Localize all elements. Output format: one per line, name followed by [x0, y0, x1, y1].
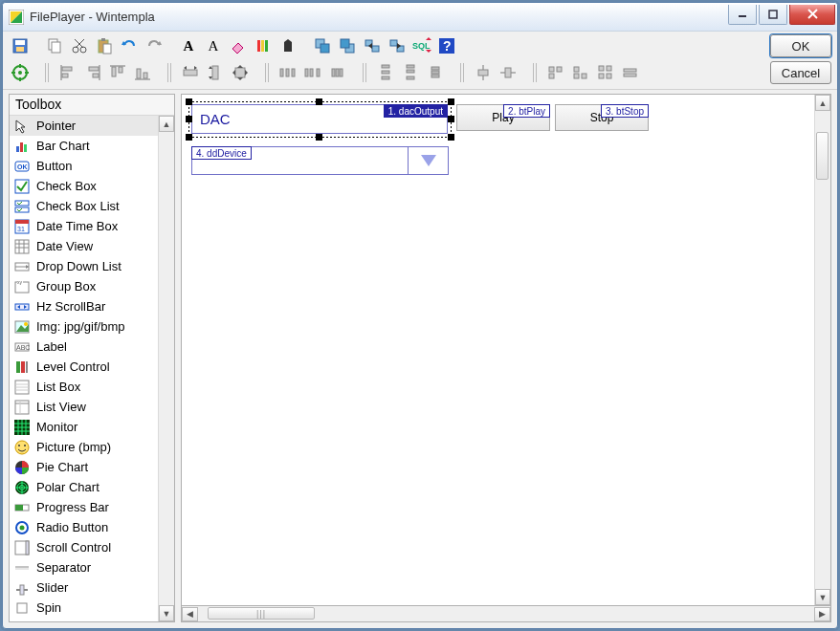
scroll-down-icon[interactable]: ▼	[815, 589, 830, 605]
theme-icon[interactable]	[276, 34, 299, 57]
minimize-button[interactable]	[728, 5, 757, 25]
align-right-edge-icon[interactable]	[81, 61, 104, 84]
eraser-icon[interactable]	[227, 34, 250, 57]
font-bold-icon[interactable]: A	[177, 34, 200, 57]
toolbox-item[interactable]: Spin	[10, 598, 158, 618]
resize-handle[interactable]	[186, 116, 192, 122]
resize-handle[interactable]	[316, 134, 322, 141]
align-left-edge-icon[interactable]	[56, 61, 79, 84]
same-width-icon[interactable]	[179, 61, 202, 84]
svg-marker-64	[209, 76, 212, 79]
tab-order-prev-icon[interactable]	[361, 34, 384, 57]
toolbox-item[interactable]: Level Control	[10, 357, 158, 377]
cancel-button[interactable]: Cancel	[770, 61, 831, 84]
svg-marker-60	[184, 66, 187, 70]
svg-point-132	[24, 322, 28, 326]
align-top-edge-icon[interactable]	[106, 61, 129, 84]
svg-rect-171	[17, 603, 27, 613]
dropdown-arrow-icon[interactable]	[408, 147, 448, 174]
ok-button[interactable]: OK	[770, 34, 831, 57]
snap-icon[interactable]	[9, 61, 32, 84]
toolbox-item[interactable]: Progress Bar	[10, 497, 158, 517]
toolbox-item[interactable]: Picture (bmp)	[10, 437, 158, 457]
toolbox-item[interactable]: Img: jpg/gif/bmp	[10, 316, 158, 337]
bring-front-icon[interactable]	[311, 34, 334, 57]
toolbox-item[interactable]: Separator	[10, 557, 158, 577]
space-v-decrease-icon[interactable]	[424, 61, 447, 84]
toolbox-list[interactable]: PointerBar ChartOKButtonCheck BoxCheck B…	[10, 116, 158, 621]
toolbox-item[interactable]: xyGroup Box	[10, 276, 158, 296]
paste-icon[interactable]	[93, 34, 116, 57]
space-h-increase-icon[interactable]	[301, 61, 324, 84]
resize-handle[interactable]	[448, 116, 454, 122]
same-height-icon[interactable]	[204, 61, 227, 84]
space-h-decrease-icon[interactable]	[326, 61, 349, 84]
toolbox-item[interactable]: Date View	[10, 236, 158, 256]
surface-hscroll[interactable]: ◀ ||| ▶	[181, 606, 831, 622]
redo-icon[interactable]	[143, 34, 166, 57]
toolbox-item[interactable]: Hz ScrollBar	[10, 296, 158, 316]
center-h-icon[interactable]	[472, 61, 495, 84]
maximize-button[interactable]	[759, 5, 787, 25]
design-surface[interactable]: DAC 1. dacOutput	[181, 94, 831, 606]
scroll-right-icon[interactable]: ▶	[814, 607, 830, 621]
toolbox-item[interactable]: ABCLabel	[10, 337, 158, 357]
scroll-thumb[interactable]	[816, 132, 829, 180]
resize-handle[interactable]	[316, 98, 322, 105]
sql-icon[interactable]: SQL	[410, 34, 433, 57]
toolbox-item[interactable]: Slider	[10, 577, 158, 598]
control-ddDevice[interactable]: 4. ddDevice	[191, 146, 449, 175]
arrange-b-icon[interactable]	[569, 61, 592, 84]
toolbox-scrollbar[interactable]: ▲ ▼	[158, 116, 174, 621]
copy-icon[interactable]	[43, 34, 66, 57]
resize-handle[interactable]	[186, 134, 192, 141]
toolbox-item[interactable]: 31Date Time Box	[10, 216, 158, 236]
toolbox-item[interactable]: Radio Button	[10, 517, 158, 537]
undo-icon[interactable]	[118, 34, 141, 57]
resize-handle[interactable]	[448, 98, 454, 105]
surface-vscroll[interactable]: ▲ ▼	[814, 95, 830, 605]
same-size-icon[interactable]	[229, 61, 252, 84]
scroll-up-icon[interactable]: ▲	[815, 95, 830, 111]
tab-order-next-icon[interactable]	[386, 34, 409, 57]
toolbox-item[interactable]: Pointer	[10, 116, 158, 136]
arrange-c-icon[interactable]	[594, 61, 617, 84]
toolbox-item[interactable]: Pie Chart	[10, 457, 158, 477]
toolbar-area: A A SQL ? OK	[3, 32, 837, 90]
save-icon[interactable]	[9, 34, 32, 57]
svg-rect-105	[16, 146, 19, 152]
control-btPlay[interactable]: Play 2. btPlay	[456, 104, 550, 131]
center-v-icon[interactable]	[497, 61, 519, 84]
scroll-left-icon[interactable]: ◀	[182, 607, 198, 621]
toolbox-item[interactable]: OKButton	[10, 156, 158, 176]
toolbox-item[interactable]: Polar Chart	[10, 477, 158, 497]
toolbox-item[interactable]: Monitor	[10, 417, 158, 437]
toolbox-item[interactable]: List Box	[10, 377, 158, 397]
resize-handle[interactable]	[448, 134, 454, 141]
toolbox-item[interactable]: Bar Chart	[10, 136, 158, 156]
toolbox-item[interactable]: List View	[10, 397, 158, 417]
resize-handle[interactable]	[186, 98, 192, 105]
scroll-thumb[interactable]: |||	[208, 607, 315, 620]
arrange-d-icon[interactable]	[619, 61, 642, 84]
send-back-icon[interactable]	[336, 34, 359, 57]
scroll-down-icon[interactable]: ▼	[159, 605, 174, 621]
space-h-equal-icon[interactable]	[276, 61, 299, 84]
toolbox-item[interactable]: Drop Down List	[10, 256, 158, 276]
control-btStop[interactable]: Stop 3. btStop	[555, 104, 649, 131]
space-v-increase-icon[interactable]	[399, 61, 422, 84]
arrange-a-icon[interactable]	[544, 61, 567, 84]
space-v-equal-icon[interactable]	[374, 61, 397, 84]
palette-icon[interactable]	[252, 34, 275, 57]
toolbox-item[interactable]: Check Box List	[10, 196, 158, 216]
font-regular-icon[interactable]: A	[202, 34, 225, 57]
grip-icon	[166, 63, 173, 82]
toolbox-item[interactable]: Check Box	[10, 176, 158, 196]
align-bottom-edge-icon[interactable]	[131, 61, 154, 84]
cut-icon[interactable]	[68, 34, 91, 57]
close-button[interactable]	[789, 5, 835, 25]
toolbox-item[interactable]: Scroll Control	[10, 537, 158, 557]
help-icon[interactable]: ?	[435, 34, 458, 57]
scroll-up-icon[interactable]: ▲	[159, 116, 174, 132]
control-dacOutput[interactable]: DAC 1. dacOutput	[191, 104, 448, 134]
